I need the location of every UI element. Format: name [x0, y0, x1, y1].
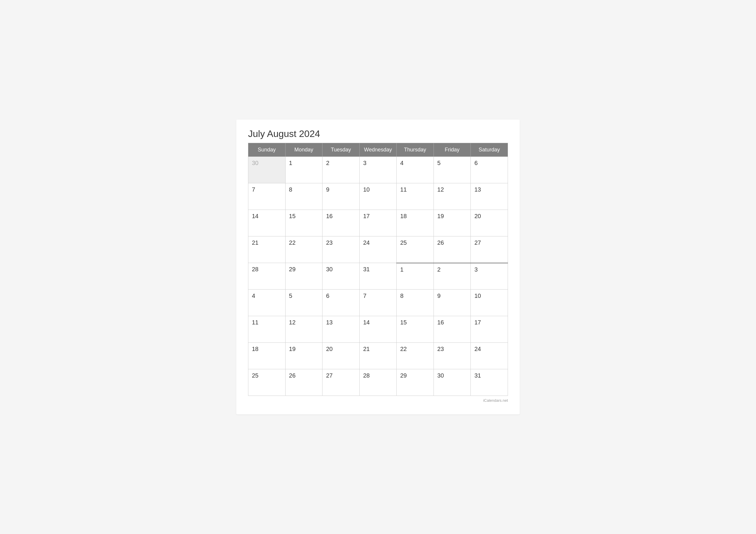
- header-cell-saturday: Saturday: [471, 143, 508, 157]
- calendar-cell[interactable]: 29: [397, 369, 434, 396]
- calendar-cell[interactable]: 7: [248, 183, 285, 210]
- calendar-cell[interactable]: 30: [434, 369, 471, 396]
- calendar-cell[interactable]: 18: [397, 210, 434, 236]
- calendar-cell[interactable]: 8: [397, 290, 434, 316]
- calendar-cell[interactable]: 28: [248, 263, 285, 290]
- calendar-cell[interactable]: 30: [248, 157, 285, 183]
- calendar-cell[interactable]: 4: [248, 290, 285, 316]
- header-cell-friday: Friday: [434, 143, 471, 157]
- calendar-cell[interactable]: 2: [434, 263, 471, 290]
- calendar-cell[interactable]: 5: [434, 157, 471, 183]
- calendar-cell[interactable]: 28: [359, 369, 397, 396]
- calendar-cell[interactable]: 25: [397, 236, 434, 263]
- header-cell-monday: Monday: [285, 143, 322, 157]
- calendar-cell[interactable]: 15: [285, 210, 322, 236]
- calendar-row: 14151617181920: [248, 210, 508, 236]
- header-row: SundayMondayTuesdayWednesdayThursdayFrid…: [248, 143, 508, 157]
- calendar-cell[interactable]: 21: [359, 343, 397, 369]
- calendar-cell[interactable]: 31: [471, 369, 508, 396]
- calendar-cell[interactable]: 15: [397, 316, 434, 343]
- calendar-cell[interactable]: 21: [248, 236, 285, 263]
- calendar-cell[interactable]: 20: [471, 210, 508, 236]
- calendar-cell[interactable]: 27: [322, 369, 360, 396]
- calendar-row: 78910111213: [248, 183, 508, 210]
- calendar-cell[interactable]: 17: [471, 316, 508, 343]
- calendar-cell[interactable]: 4: [397, 157, 434, 183]
- calendar-cell[interactable]: 13: [322, 316, 360, 343]
- calendar-cell[interactable]: 24: [359, 236, 397, 263]
- watermark: iCalendars.net: [248, 398, 508, 403]
- calendar-cell[interactable]: 9: [322, 183, 360, 210]
- calendar-cell[interactable]: 23: [322, 236, 360, 263]
- calendar-row: 30123456: [248, 157, 508, 183]
- calendar-cell[interactable]: 3: [359, 157, 397, 183]
- calendar-cell[interactable]: 1: [285, 157, 322, 183]
- calendar-body: 3012345678910111213141516171819202122232…: [248, 157, 508, 396]
- calendar-cell[interactable]: 26: [434, 236, 471, 263]
- calendar-cell[interactable]: 16: [434, 316, 471, 343]
- calendar-cell[interactable]: 17: [359, 210, 397, 236]
- calendar-cell[interactable]: 19: [285, 343, 322, 369]
- calendar-row: 28293031123: [248, 263, 508, 290]
- calendar-cell[interactable]: 8: [285, 183, 322, 210]
- calendar-cell[interactable]: 6: [322, 290, 360, 316]
- calendar-cell[interactable]: 5: [285, 290, 322, 316]
- calendar-cell[interactable]: 30: [322, 263, 360, 290]
- calendar-cell[interactable]: 14: [359, 316, 397, 343]
- calendar-row: 11121314151617: [248, 316, 508, 343]
- calendar-title: July August 2024: [248, 128, 508, 139]
- calendar-cell[interactable]: 11: [248, 316, 285, 343]
- calendar-cell[interactable]: 25: [248, 369, 285, 396]
- calendar-cell[interactable]: 6: [471, 157, 508, 183]
- calendar-cell[interactable]: 7: [359, 290, 397, 316]
- calendar-row: 45678910: [248, 290, 508, 316]
- calendar-cell[interactable]: 20: [322, 343, 360, 369]
- calendar-cell[interactable]: 9: [434, 290, 471, 316]
- calendar-cell[interactable]: 3: [471, 263, 508, 290]
- header-cell-tuesday: Tuesday: [322, 143, 360, 157]
- calendar-cell[interactable]: 13: [471, 183, 508, 210]
- calendar-cell[interactable]: 10: [359, 183, 397, 210]
- calendar-cell[interactable]: 26: [285, 369, 322, 396]
- calendar-cell[interactable]: 10: [471, 290, 508, 316]
- calendar-cell[interactable]: 31: [359, 263, 397, 290]
- calendar-cell[interactable]: 22: [285, 236, 322, 263]
- calendar-cell[interactable]: 12: [434, 183, 471, 210]
- calendar-header: SundayMondayTuesdayWednesdayThursdayFrid…: [248, 143, 508, 157]
- calendar-row: 21222324252627: [248, 236, 508, 263]
- calendar-cell[interactable]: 18: [248, 343, 285, 369]
- calendar-cell[interactable]: 24: [471, 343, 508, 369]
- calendar-row: 18192021222324: [248, 343, 508, 369]
- calendar-cell[interactable]: 29: [285, 263, 322, 290]
- header-cell-wednesday: Wednesday: [359, 143, 397, 157]
- calendar-cell[interactable]: 27: [471, 236, 508, 263]
- calendar-cell[interactable]: 2: [322, 157, 360, 183]
- calendar-cell[interactable]: 12: [285, 316, 322, 343]
- calendar-table: SundayMondayTuesdayWednesdayThursdayFrid…: [248, 143, 508, 396]
- calendar-cell[interactable]: 1: [397, 263, 434, 290]
- calendar-cell[interactable]: 22: [397, 343, 434, 369]
- calendar-row: 25262728293031: [248, 369, 508, 396]
- calendar-cell[interactable]: 23: [434, 343, 471, 369]
- calendar-cell[interactable]: 19: [434, 210, 471, 236]
- calendar-cell[interactable]: 14: [248, 210, 285, 236]
- header-cell-thursday: Thursday: [397, 143, 434, 157]
- header-cell-sunday: Sunday: [248, 143, 285, 157]
- calendar-cell[interactable]: 11: [397, 183, 434, 210]
- calendar-container: July August 2024 SundayMondayTuesdayWedn…: [236, 120, 520, 414]
- calendar-cell[interactable]: 16: [322, 210, 360, 236]
